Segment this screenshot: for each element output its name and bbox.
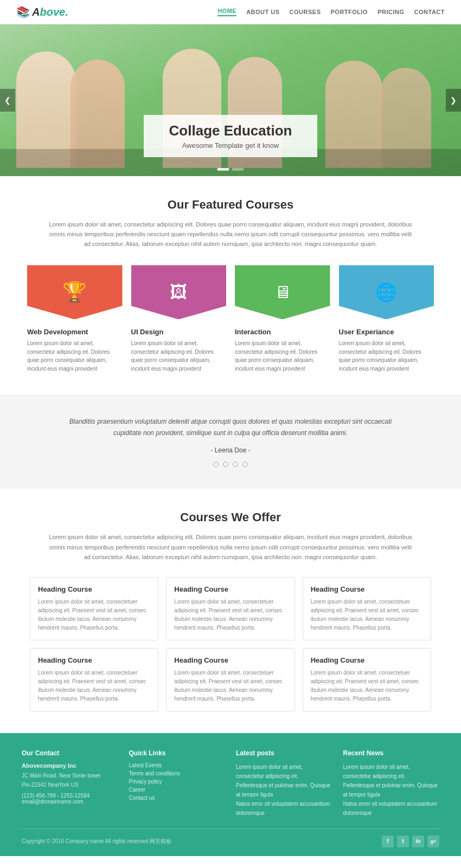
footer-latest-posts: Latest posts Lorem ipsum dolor sit amet,… bbox=[236, 749, 332, 818]
card-interaction: 🖥 Interaction Lorem ipsum dolor sit amet… bbox=[235, 265, 330, 373]
hero-title: Collage Education bbox=[159, 122, 302, 139]
footer-link-contact[interactable]: Contact us bbox=[129, 795, 226, 801]
footer-address: JC Main Road. Near Simle towerPin-21542 … bbox=[22, 771, 118, 789]
footer-email: email@domainname.com bbox=[22, 799, 118, 805]
testimonial-author: - Leena Doe - bbox=[43, 446, 418, 454]
featured-section: Our Featured Courses Lorem ipsum dolor s… bbox=[0, 176, 461, 394]
footer-posts-title: Latest posts bbox=[236, 749, 332, 757]
card-userexp-icon-box: 🌐 bbox=[339, 265, 434, 319]
course-card-2-title: Heading Course bbox=[174, 585, 286, 593]
t-dot-2[interactable] bbox=[223, 462, 228, 467]
course-card-3-text: Lorem ipsum dolor sit amet, consectetuer… bbox=[311, 598, 423, 632]
course-card-1-text: Lorem ipsum dolor sit amet, consectetuer… bbox=[38, 598, 150, 632]
card-userexp-title: User Experiance bbox=[339, 328, 434, 336]
trophy-icon: 🏆 bbox=[62, 281, 87, 303]
course-card-2-text: Lorem ipsum dolor sit amet, consectetuer… bbox=[174, 598, 286, 632]
course-card-1: Heading Course Lorem ipsum dolor sit ame… bbox=[30, 577, 158, 640]
footer-contact-title: Our Contact bbox=[22, 749, 118, 757]
card-interaction-icon-box: 🖥 bbox=[235, 265, 330, 319]
card-ui-text: Lorem ipsum dolor sit amet, consectetur … bbox=[131, 339, 227, 373]
footer-quick-links: Quick Links Latest Events Terms and cond… bbox=[129, 749, 226, 818]
card-ui-title: UI Design bbox=[131, 328, 227, 336]
testimonial-section: Blanditiis praesentium voluptatum deleni… bbox=[0, 394, 461, 489]
featured-title: Our Featured Courses bbox=[27, 198, 434, 212]
course-card-4-text: Lorem ipsum dolor sit amet, consectetuer… bbox=[38, 669, 150, 703]
course-card-3: Heading Course Lorem ipsum dolor sit ame… bbox=[303, 577, 431, 640]
hero-arrow-left[interactable]: ❮ bbox=[0, 89, 15, 112]
card-web-icon-box: 🏆 bbox=[27, 265, 123, 319]
footer-link-privacy[interactable]: Privacy policy bbox=[129, 779, 226, 785]
header: 📚 Above. HOME ABOUT US COURSES PORTFOLIO… bbox=[0, 0, 461, 24]
nav-home[interactable]: HOME bbox=[217, 8, 236, 16]
hero-section: Collage Education Awesome Template get i… bbox=[0, 24, 461, 176]
testimonial-dots bbox=[43, 462, 418, 467]
card-user-exp: 🌐 User Experiance Lorem ipsum dolor sit … bbox=[339, 265, 434, 373]
footer-link-career[interactable]: Career bbox=[129, 787, 226, 793]
testimonial-text: Blanditiis praesentium voluptatum deleni… bbox=[57, 416, 404, 439]
courses-desc: Lorem ipsum dolor sit amet, consectetur … bbox=[49, 532, 412, 561]
card-interaction-text: Lorem ipsum dolor sit amet, consectetur … bbox=[235, 339, 330, 373]
footer-news-title: Recent News bbox=[343, 749, 440, 757]
course-card-1-title: Heading Course bbox=[38, 585, 150, 593]
card-ui-icon-box: 🖼 bbox=[131, 265, 227, 319]
logo[interactable]: 📚 Above. bbox=[16, 5, 68, 18]
course-card-3-title: Heading Course bbox=[311, 585, 423, 593]
social-linkedin-icon[interactable]: in bbox=[412, 835, 424, 847]
image-icon: 🖼 bbox=[170, 282, 187, 302]
footer-bottom: Copyright © 2016 Company name All rights… bbox=[22, 828, 439, 847]
course-card-5-title: Heading Course bbox=[174, 656, 286, 664]
footer-posts-text: Lorem ipsum dolor sit amet, consectetur … bbox=[236, 762, 332, 818]
course-card-4-title: Heading Course bbox=[38, 656, 150, 664]
footer-phone: (123) 456-789 - 1255-12584 bbox=[22, 793, 118, 799]
nav-portfolio[interactable]: PORTFOLIO bbox=[331, 9, 368, 15]
courses-title: Courses We Offer bbox=[30, 510, 431, 524]
course-card-4: Heading Course Lorem ipsum dolor sit ame… bbox=[30, 648, 158, 711]
footer-quicklinks-title: Quick Links bbox=[129, 749, 226, 757]
courses-section: Courses We Offer Lorem ipsum dolor sit a… bbox=[0, 489, 461, 733]
footer-company: Abovecompany Inc bbox=[22, 762, 118, 769]
globe-icon: 🌐 bbox=[375, 282, 397, 302]
card-userexp-text: Lorem ipsum dolor sit amet, consectetur … bbox=[339, 339, 434, 373]
footer-recent-news: Recent News Lorem ipsum dolor sit amet, … bbox=[343, 749, 440, 818]
nav-pricing[interactable]: PRICING bbox=[377, 9, 404, 15]
footer: Our Contact Abovecompany Inc JC Main Roa… bbox=[0, 733, 461, 856]
card-web-title: Web Development bbox=[27, 328, 123, 336]
nav-about[interactable]: ABOUT US bbox=[246, 9, 279, 15]
hero-arrow-right[interactable]: ❯ bbox=[446, 89, 461, 112]
featured-desc: Lorem ipsum dolor sit amet, consectetur … bbox=[49, 219, 412, 249]
card-web-text: Lorem ipsum dolor sit amet, consectetur … bbox=[27, 339, 123, 373]
t-dot-3[interactable] bbox=[233, 462, 238, 467]
course-card-6-text: Lorem ipsum dolor sit amet, consectetuer… bbox=[311, 669, 423, 703]
hero-subtitle: Awesome Template get it know bbox=[159, 141, 302, 150]
t-dot-1[interactable] bbox=[213, 462, 219, 467]
footer-link-terms[interactable]: Terms and conditions bbox=[129, 770, 226, 776]
footer-copyright: Copyright © 2016 Company name All rights… bbox=[22, 838, 171, 845]
course-card-2: Heading Course Lorem ipsum dolor sit ame… bbox=[166, 577, 294, 640]
nav-courses[interactable]: COURSES bbox=[290, 9, 321, 15]
card-web-development: 🏆 Web Development Lorem ipsum dolor sit … bbox=[27, 265, 123, 373]
social-googleplus-icon[interactable]: g+ bbox=[427, 835, 439, 847]
logo-text: Above. bbox=[32, 6, 68, 18]
hero-overlay: Collage Education Awesome Template get i… bbox=[144, 115, 317, 157]
footer-contact: Our Contact Abovecompany Inc JC Main Roa… bbox=[22, 749, 118, 818]
footer-news-text: Lorem ipsum dolor sit amet, consectetur … bbox=[343, 762, 440, 818]
social-twitter-icon[interactable]: t bbox=[397, 835, 409, 847]
card-interaction-title: Interaction bbox=[235, 328, 330, 336]
course-card-6-title: Heading Course bbox=[311, 656, 423, 664]
main-nav: HOME ABOUT US COURSES PORTFOLIO PRICING … bbox=[217, 8, 445, 16]
card-ui-design: 🖼 UI Design Lorem ipsum dolor sit amet, … bbox=[131, 265, 227, 373]
course-card-5: Heading Course Lorem ipsum dolor sit ame… bbox=[166, 648, 294, 711]
course-card-5-text: Lorem ipsum dolor sit amet, consectetuer… bbox=[174, 669, 286, 703]
hero-dots bbox=[217, 168, 244, 171]
footer-social: f t in g+ bbox=[382, 835, 439, 847]
social-facebook-icon[interactable]: f bbox=[382, 835, 394, 847]
footer-grid: Our Contact Abovecompany Inc JC Main Roa… bbox=[22, 749, 439, 818]
logo-icon: 📚 bbox=[16, 5, 30, 18]
featured-cards: 🏆 Web Development Lorem ipsum dolor sit … bbox=[27, 265, 434, 373]
course-card-6: Heading Course Lorem ipsum dolor sit ame… bbox=[303, 648, 431, 711]
courses-grid: Heading Course Lorem ipsum dolor sit ame… bbox=[30, 577, 431, 711]
footer-link-events[interactable]: Latest Events bbox=[129, 762, 226, 768]
t-dot-4[interactable] bbox=[242, 462, 248, 467]
nav-contact[interactable]: CONTACT bbox=[414, 9, 445, 15]
monitor-icon: 🖥 bbox=[274, 282, 291, 302]
